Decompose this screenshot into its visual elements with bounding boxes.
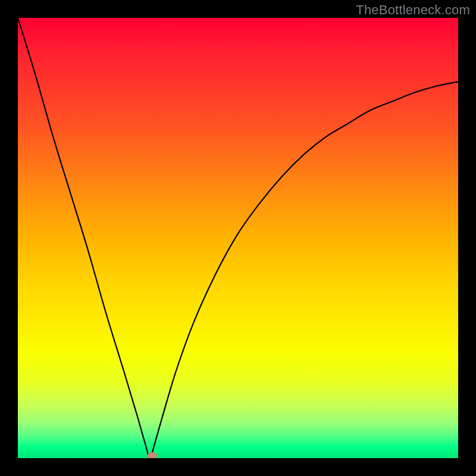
minimum-marker: [148, 452, 157, 458]
bottleneck-curve: [18, 18, 458, 458]
chart-frame: TheBottleneck.com: [0, 0, 476, 476]
curve-path: [18, 18, 458, 458]
watermark-text: TheBottleneck.com: [356, 2, 470, 18]
plot-area: [18, 18, 458, 458]
